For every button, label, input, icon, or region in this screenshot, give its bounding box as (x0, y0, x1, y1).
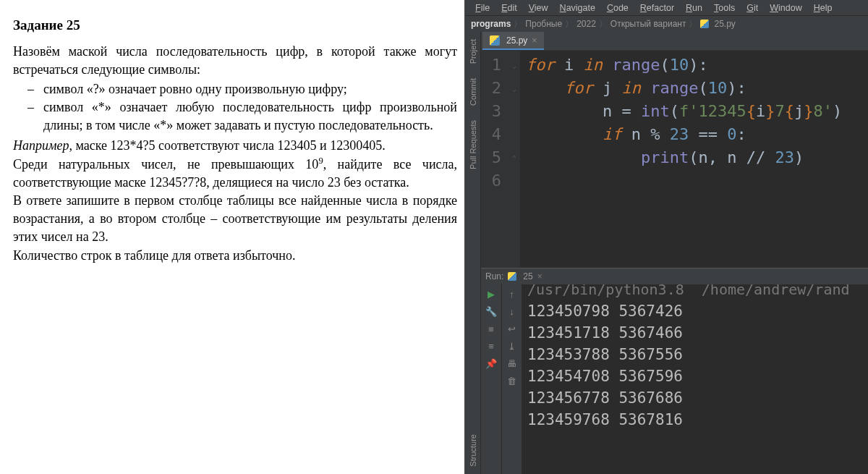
menu-bar: FileEditViewNavigateCodeRefactorRunTools… (465, 0, 868, 16)
editor-tab-bar: 25.py × (465, 32, 868, 51)
breadcrumb-item[interactable]: programs (471, 19, 511, 29)
tab-label: 25.py (506, 35, 527, 46)
layout-icon[interactable]: ≡ (485, 341, 497, 352)
code-line[interactable]: for i in range(10): (526, 54, 842, 77)
menu-code[interactable]: Code (603, 2, 633, 14)
code-line[interactable]: n = int(f'12345{i}7{j}8') (526, 100, 842, 123)
ide-window: FileEditViewNavigateCodeRefactorRunTools… (464, 0, 868, 474)
soft-wrap-icon[interactable]: ↩ (506, 323, 518, 335)
menu-git[interactable]: Git (742, 2, 762, 14)
menu-run[interactable]: Run (681, 2, 707, 14)
run-toolbar-right: ↑ ↓ ↩ ⤓ 🖶 🗑 (501, 284, 522, 474)
output-cmd: /usr/bin/python3.8 /home/andrew/rand (527, 284, 868, 300)
up-arrow-icon[interactable]: ↑ (506, 289, 518, 300)
task-bullet-1: символ «?» означает ровно одну произволь… (23, 80, 457, 98)
line-number-gutter: 123456 (481, 51, 509, 268)
close-icon[interactable]: × (532, 35, 537, 46)
output-line: 123450798 5367426 (527, 300, 868, 322)
task-p4: Количество строк в таблице для ответа из… (13, 247, 457, 265)
wrench-icon[interactable]: 🔧 (485, 306, 497, 318)
line-number: 2 (481, 77, 501, 100)
task-example: Например, маске 123*4?5 соответствуют чи… (13, 137, 457, 155)
commit-tab[interactable]: Commit (467, 71, 480, 113)
menu-edit[interactable]: Edit (497, 2, 522, 14)
menu-tools[interactable]: Tools (710, 2, 739, 14)
run-tab-label[interactable]: 25 (523, 271, 532, 282)
line-number: 5 (481, 146, 501, 169)
editor[interactable]: 123456 ⌄⌄⌃ for i in range(10): for j in … (481, 51, 868, 268)
pin-icon[interactable]: 📌 (485, 358, 497, 370)
output-line: 123459768 5367816 (527, 409, 868, 431)
breadcrumb-item[interactable]: Открытый вариант (610, 19, 686, 29)
console-output[interactable]: /usr/bin/python3.8 /home/andrew/rand1234… (522, 284, 868, 474)
down-arrow-icon[interactable]: ↓ (506, 306, 518, 318)
output-line: 123451718 5367466 (527, 322, 868, 344)
output-line: 123453788 5367556 (527, 344, 868, 365)
output-line: 123454708 5367596 (527, 365, 868, 387)
python-file-icon (490, 35, 500, 46)
side-tool-tabs: Project Commit Pull Requests Structure (465, 32, 481, 474)
pull-requests-tab[interactable]: Pull Requests (467, 113, 480, 177)
stop-icon[interactable]: ■ (485, 323, 497, 335)
line-number: 1 (481, 54, 501, 77)
scroll-end-icon[interactable]: ⤓ (506, 341, 518, 352)
line-number: 3 (481, 100, 501, 123)
run-label: Run: (485, 271, 503, 282)
task-bullet-2: символ «*» означает любую последовательн… (23, 98, 457, 135)
structure-tab[interactable]: Structure (467, 427, 480, 474)
task-intro: Назовём маской числа последовательность … (13, 43, 457, 79)
run-header: Run: 25 × (481, 268, 868, 284)
task-bullets: символ «?» означает ровно одну произволь… (23, 80, 457, 135)
editor-tab[interactable]: 25.py × (482, 32, 544, 50)
trash-icon[interactable]: 🗑 (506, 376, 518, 387)
breadcrumb-item[interactable]: 25.py (714, 19, 735, 29)
breadcrumb: programs〉Пробные〉2022〉Открытый вариант〉2… (465, 16, 868, 32)
code-line[interactable]: if n % 23 == 0: (526, 123, 842, 146)
project-tab[interactable]: Project (467, 32, 480, 71)
menu-refactor[interactable]: Refactor (636, 2, 678, 14)
python-file-icon (700, 20, 709, 28)
python-run-icon (508, 272, 516, 281)
task-p2: Среди натуральных чисел, не превышающих … (13, 155, 457, 192)
code-line[interactable]: for j in range(10): (526, 77, 842, 100)
example-prefix: Например, (13, 138, 72, 153)
code-line[interactable]: print(n, n // 23) (526, 146, 842, 169)
rerun-icon[interactable]: ▶ (485, 289, 497, 300)
output-line: 123456778 5367686 (527, 387, 868, 409)
run-tab-close[interactable]: × (537, 271, 542, 282)
menu-help[interactable]: Help (809, 2, 837, 14)
print-icon[interactable]: 🖶 (506, 358, 518, 370)
menu-view[interactable]: View (524, 2, 553, 14)
menu-window[interactable]: Window (765, 2, 806, 14)
code-area[interactable]: for i in range(10): for j in range(10): … (520, 51, 842, 268)
task-p3: В ответе запишите в первом столбце табли… (13, 192, 457, 247)
line-number: 4 (481, 123, 501, 146)
task-title: Задание 25 (13, 16, 457, 35)
breadcrumb-item[interactable]: 2022 (576, 19, 596, 29)
task-panel: Задание 25 Назовём маской числа последов… (0, 0, 464, 474)
menu-file[interactable]: File (471, 2, 494, 14)
line-number: 6 (481, 169, 501, 192)
code-line[interactable] (526, 169, 842, 192)
example-rest: маске 123*4?5 соответствуют числа 123405… (72, 138, 386, 153)
run-toolbar-left: ▶ 🔧 ■ ≡ 📌 (481, 284, 501, 474)
menu-navigate[interactable]: Navigate (556, 2, 600, 14)
fold-gutter: ⌄⌄⌃ (509, 51, 520, 268)
breadcrumb-item[interactable]: Пробные (525, 19, 562, 29)
run-panel: Run: 25 × ▶ 🔧 ■ ≡ 📌 ↑ ↓ ↩ ⤓ 🖶 🗑 /usr/bin… (481, 268, 868, 474)
